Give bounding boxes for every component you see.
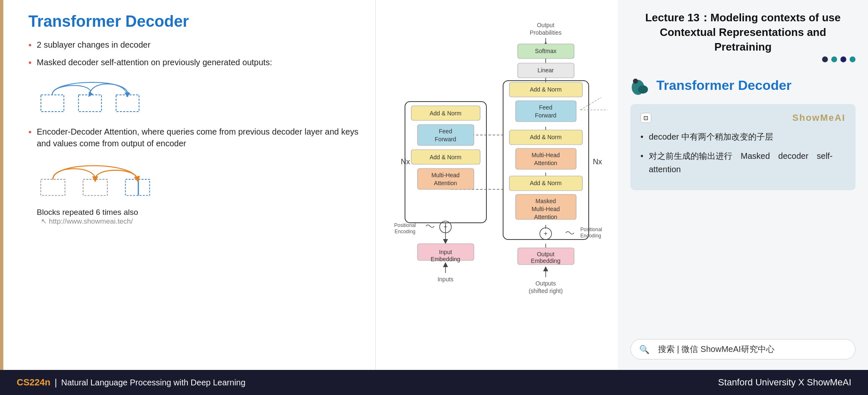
content-area: Transformer Decoder 2 sublayer changes i… xyxy=(0,0,868,370)
svg-text:Attention: Attention xyxy=(534,214,557,220)
svg-rect-4 xyxy=(83,179,107,196)
svg-text:Add & Norm: Add & Norm xyxy=(530,134,562,140)
search-text: 搜索 | 微信 ShowMeAI研究中心 xyxy=(658,344,774,355)
svg-text:Multi-Head: Multi-Head xyxy=(431,172,460,178)
arrow-diagram xyxy=(37,158,154,200)
search-bar[interactable]: 🔍 搜索 | 微信 ShowMeAI研究中心 xyxy=(630,339,855,359)
svg-text:Forward: Forward xyxy=(535,112,556,119)
slide-title: Transformer Decoder xyxy=(28,13,359,31)
svg-rect-1 xyxy=(78,95,101,112)
svg-text:Add & Norm: Add & Norm xyxy=(530,86,562,93)
wave-icon xyxy=(630,75,651,96)
svg-text:Feed: Feed xyxy=(439,128,452,135)
cursor-icon: ↖ xyxy=(41,217,47,226)
svg-text:Positional: Positional xyxy=(394,222,416,228)
dot-2 xyxy=(831,56,837,62)
svg-text:Embedding: Embedding xyxy=(531,257,561,264)
svg-text:Probabilities: Probabilities xyxy=(530,29,562,36)
svg-text:Encoding: Encoding xyxy=(395,229,415,234)
dots-row xyxy=(630,56,855,62)
svg-text:Masked: Masked xyxy=(535,198,556,204)
info-bullet-2: 对之前生成的输出进行 Masked decoder self-attention xyxy=(640,149,845,176)
course-name: CS224n xyxy=(17,377,51,388)
svg-rect-3 xyxy=(41,179,65,196)
info-bullets: decoder 中有两个稍加改变的子层 对之前生成的输出进行 Masked de… xyxy=(640,130,845,176)
svg-text:(shifted right): (shifted right) xyxy=(529,288,563,294)
transformer-diagram: Nx Add & Norm Feed Forward Add & Norm Mu… xyxy=(380,14,614,357)
svg-text:Multi-Head: Multi-Head xyxy=(531,206,560,212)
svg-text:Attention: Attention xyxy=(434,180,457,186)
attention-diagram xyxy=(37,78,141,116)
right-panel: Lecture 13：Modeling contexts of use Cont… xyxy=(618,0,868,370)
info-box: ⊡ ShowMeAI decoder 中有两个稍加改变的子层 对之前生成的输出进… xyxy=(630,104,855,190)
svg-text:Forward: Forward xyxy=(435,136,456,143)
bullet-list: 2 sublayer changes in decoder Masked dec… xyxy=(28,39,359,68)
svg-text:Inputs: Inputs xyxy=(438,276,453,283)
svg-text:+: + xyxy=(443,223,447,230)
info-bullet-1: decoder 中有两个稍加改变的子层 xyxy=(640,130,845,143)
ai-icon: ⊡ xyxy=(640,113,651,123)
lecture-title: Lecture 13：Modeling contexts of use Cont… xyxy=(630,10,855,54)
bottom-left: CS224n | Natural Language Processing wit… xyxy=(17,377,245,388)
svg-point-76 xyxy=(633,79,638,84)
bullet-3: Encoder-Decoder Attention, where queries… xyxy=(28,126,359,149)
course-separator: | xyxy=(55,377,57,388)
search-icon: 🔍 xyxy=(639,344,650,354)
svg-text:Linear: Linear xyxy=(538,67,554,74)
svg-rect-0 xyxy=(41,95,64,112)
section-title-right: Transformer Decoder xyxy=(656,78,792,93)
svg-text:Multi-Head: Multi-Head xyxy=(531,152,560,158)
dot-3 xyxy=(840,56,846,62)
course-desc: Natural Language Processing with Deep Le… xyxy=(61,378,245,387)
blocks-text: Blocks repeated 6 times also xyxy=(37,208,359,217)
diagram-panel: Nx Add & Norm Feed Forward Add & Norm Mu… xyxy=(376,0,618,370)
bullet-1: 2 sublayer changes in decoder xyxy=(28,39,359,51)
svg-text:Softmax: Softmax xyxy=(535,48,556,54)
svg-text:Add & Norm: Add & Norm xyxy=(430,110,461,117)
svg-text:+: + xyxy=(544,230,547,237)
slide-panel: Transformer Decoder 2 sublayer changes i… xyxy=(0,0,376,370)
svg-point-75 xyxy=(638,85,648,94)
url-text: ↖ http://www.showmeai.tech/ xyxy=(41,217,359,226)
showmeai-label: ShowMeAI xyxy=(792,112,845,123)
dot-1 xyxy=(822,56,828,62)
svg-rect-2 xyxy=(116,95,139,112)
svg-text:Output: Output xyxy=(537,251,554,257)
svg-text:Embedding: Embedding xyxy=(431,256,461,262)
svg-text:Nx: Nx xyxy=(593,158,602,166)
svg-text:Input: Input xyxy=(439,249,452,255)
svg-text:Encoding: Encoding xyxy=(580,233,601,239)
encoder-decoder-list: Encoder-Decoder Attention, where queries… xyxy=(28,126,359,149)
svg-text:Add & Norm: Add & Norm xyxy=(430,154,461,161)
main-container: Transformer Decoder 2 sublayer changes i… xyxy=(0,0,868,395)
svg-text:Add & Norm: Add & Norm xyxy=(530,180,562,186)
svg-text:Nx: Nx xyxy=(401,158,410,166)
svg-text:Output: Output xyxy=(537,22,554,28)
bottom-bar: CS224n | Natural Language Processing wit… xyxy=(0,370,868,395)
svg-rect-5 xyxy=(125,179,149,196)
info-box-header: ⊡ ShowMeAI xyxy=(640,112,845,123)
svg-text:Attention: Attention xyxy=(534,160,557,166)
svg-line-47 xyxy=(580,97,601,110)
section-header: Transformer Decoder xyxy=(630,75,855,96)
dot-4 xyxy=(850,56,855,62)
svg-text:Outputs: Outputs xyxy=(535,280,556,287)
svg-text:Positional: Positional xyxy=(580,227,602,232)
bottom-right: Stanford University X ShowMeAI xyxy=(718,377,851,388)
svg-text:Feed: Feed xyxy=(539,104,552,111)
bullet-2: Masked decoder self-attention on previou… xyxy=(28,56,359,68)
